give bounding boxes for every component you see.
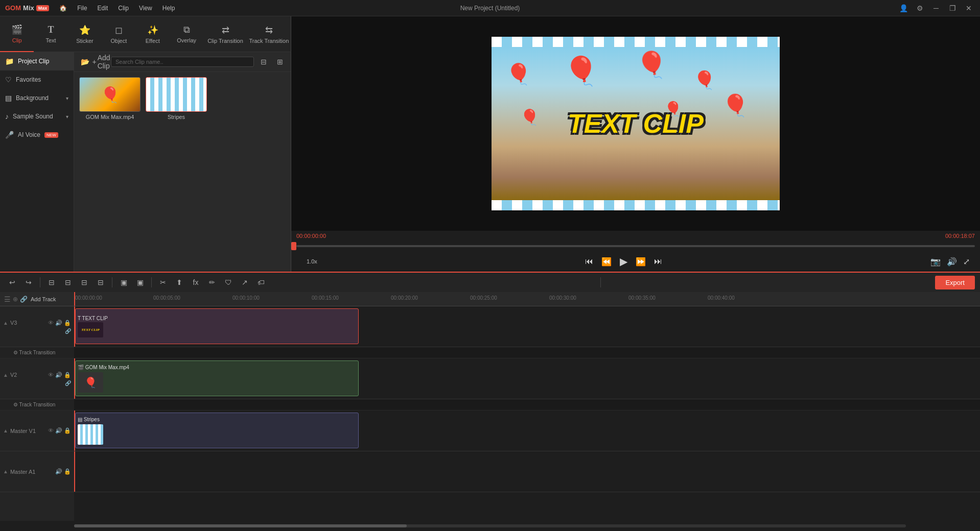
menu-file[interactable]: File [72, 0, 92, 16]
window-minimize-btn[interactable]: ─ [929, 1, 943, 15]
tl-clip-text-clip[interactable]: T TEXT CLIP TEXT CLIP [75, 308, 359, 344]
pen-btn[interactable]: ✏ [205, 275, 219, 289]
timeline-scrollbar[interactable] [74, 524, 906, 527]
window-settings-btn[interactable]: ⚙ [913, 1, 927, 15]
scrubber-handle[interactable] [291, 242, 296, 250]
menu-clip[interactable]: Clip [113, 0, 134, 16]
ai-voice-icon: 🎤 [5, 131, 14, 139]
trim-start-btn[interactable]: ⊟ [44, 275, 59, 289]
sidebar-item-project-clip[interactable]: 📁 Project Clip [0, 52, 74, 70]
add-folder-btn[interactable]: 📂 [78, 55, 91, 68]
window-profile-btn[interactable]: 👤 [896, 1, 911, 15]
skip-end-btn[interactable]: ⏭ [654, 257, 662, 266]
track-master-v1-eye-btn[interactable]: 👁 [48, 427, 54, 434]
track-v3-lock-btn[interactable]: 🔒 [64, 320, 71, 326]
tab-overlay[interactable]: ⧉ Overlay [170, 16, 203, 52]
add-clip-btn[interactable]: + Add Clip [95, 55, 108, 68]
menu-view[interactable]: View [134, 0, 157, 16]
window-close-btn[interactable]: ✕ [962, 1, 976, 15]
play-btn[interactable]: ▶ [620, 255, 627, 268]
ai-voice-badge: NEW [44, 132, 58, 138]
track-header-v2: ▲ V2 👁 🔊 🔒 🔗 [0, 358, 74, 399]
clip-item-gom-mix-max[interactable]: 🎈 GOM Mix Max.mp4 [79, 77, 141, 120]
fullscreen-btn[interactable]: ⤢ [963, 257, 970, 267]
skip-start-btn[interactable]: ⏮ [585, 257, 593, 266]
sidebar-item-background[interactable]: ▤ Background ▾ [0, 89, 74, 107]
track-v2-eye-btn[interactable]: 👁 [48, 372, 54, 378]
track-v2-link-icon[interactable]: 🔗 [65, 380, 71, 386]
preview-frame: 🎈 🎈 🎈 🎈 🎈 🎈 🎈 TEXT CLIP [492, 37, 780, 210]
track-v2-lock-btn[interactable]: 🔒 [64, 372, 71, 378]
trim-end-btn[interactable]: ⊟ [61, 275, 75, 289]
volume-btn[interactable]: 🔊 [947, 257, 957, 267]
tab-object[interactable]: ◻ Object [102, 16, 135, 52]
stripes-preview [146, 78, 206, 111]
clip-item-stripes[interactable]: Stripes [146, 77, 207, 120]
cut-btn[interactable]: ✂ [156, 275, 170, 289]
track-master-v1-speaker-btn[interactable]: 🔊 [55, 427, 62, 434]
track-master-a1-lock-btn[interactable]: 🔒 [64, 468, 71, 475]
timeline-toolbar: ↩ ↪ ⊟ ⊟ ⊟ ⊟ ▣ ▣ ✂ ⬆ fx ✏ 🛡 ↗ 🏷 Export [0, 272, 980, 292]
overwrite-btn[interactable]: ▣ [133, 275, 147, 289]
titlebar-left: GOM Mix Max 🏠 File Edit Clip View Help [0, 0, 180, 16]
tracks-menu-btn[interactable]: ☰ [4, 295, 11, 303]
tab-sticker[interactable]: ⭐ Sticker [68, 16, 102, 52]
sidebar-item-ai-voice[interactable]: 🎤 AI Voice NEW [0, 126, 74, 144]
tracks-link-icon[interactable]: 🔗 [20, 296, 28, 303]
track-v3-controls: 👁 🔊 🔒 [48, 320, 71, 326]
track-master-a1-collapse-btn[interactable]: ▲ [3, 469, 8, 474]
insert-clip-btn[interactable]: ▣ [116, 275, 131, 289]
tab-effect[interactable]: ✨ Effect [136, 16, 170, 52]
step-back-btn[interactable]: ⏪ [601, 257, 612, 267]
tab-track-transition[interactable]: ⇆ Track Transition [247, 16, 291, 52]
track-transition-content-v2 [74, 399, 980, 411]
menu-home[interactable]: 🏠 [54, 0, 72, 16]
step-forward-btn[interactable]: ⏩ [636, 257, 646, 267]
track-master-v1-collapse-btn[interactable]: ▲ [3, 428, 8, 433]
search-input[interactable] [111, 57, 254, 67]
screenshot-btn[interactable]: 📷 [930, 257, 941, 267]
tab-text[interactable]: T Text [34, 16, 67, 52]
split-btn[interactable]: ⊟ [77, 275, 91, 289]
track-header-master-v1-row: ▲ Master V1 👁 🔊 🔒 [3, 427, 71, 434]
menu-edit[interactable]: Edit [92, 0, 113, 16]
sidebar-item-favorites[interactable]: ♡ Favorites [0, 70, 74, 89]
track-master-a1-speaker-btn[interactable]: 🔊 [55, 468, 62, 475]
tag-btn[interactable]: 🏷 [254, 275, 268, 289]
export-btn[interactable]: Export [935, 276, 975, 289]
clip-transition-icon: ⇄ [222, 25, 229, 36]
scrubber-bar [296, 245, 975, 247]
track-v3-collapse-btn[interactable]: ▲ [3, 320, 8, 326]
shield-btn[interactable]: 🛡 [221, 275, 236, 289]
logo-mix: Mix [23, 4, 34, 12]
track-v3-link-icon[interactable]: 🔗 [65, 328, 71, 334]
track-v2-collapse-btn[interactable]: ▲ [3, 372, 8, 378]
tracks-add-icon[interactable]: ⊕ [13, 296, 18, 303]
tl-clip-gom-mix-max[interactable]: 🎬 GOM Mix Max.mp4 🎈 [75, 360, 359, 396]
add-track-label[interactable]: Add Track [31, 296, 56, 302]
track-master-v1-lock-btn[interactable]: 🔒 [64, 427, 71, 434]
tab-clip-transition[interactable]: ⇄ Clip Transition [203, 16, 247, 52]
redo-btn[interactable]: ↪ [21, 275, 36, 289]
track-v3-eye-btn[interactable]: 👁 [48, 320, 54, 326]
track-master-v1-controls: 👁 🔊 🔒 [48, 427, 71, 434]
undo-btn[interactable]: ↩ [5, 275, 19, 289]
track-v3-speaker-btn[interactable]: 🔊 [55, 320, 62, 326]
track-v2-speaker-btn[interactable]: 🔊 [55, 372, 62, 378]
fx-btn[interactable]: fx [189, 275, 203, 289]
sidebar-item-sample-sound[interactable]: ♪ Sample Sound ▾ [0, 107, 74, 126]
sidebar-nav: 📁 Project Clip ♡ Favorites ▤ Background … [0, 52, 74, 272]
filter-icon[interactable]: ⊟ [257, 55, 270, 68]
window-maximize-btn[interactable]: ❐ [945, 1, 960, 15]
join-btn[interactable]: ⊟ [94, 275, 108, 289]
preview-main-image: 🎈 🎈 🎈 🎈 🎈 🎈 🎈 TEXT CLIP [492, 47, 780, 200]
tab-clip[interactable]: 🎬 Clip [0, 16, 34, 52]
upload-btn[interactable]: ⬆ [172, 275, 186, 289]
tl-clip-stripes[interactable]: ▤ Stripes [75, 413, 359, 448]
menu-help[interactable]: Help [157, 0, 180, 16]
marker-btn[interactable]: ↗ [238, 275, 252, 289]
sidebar-item-sample-sound-label: Sample Sound [13, 113, 62, 120]
titlebar: GOM Mix Max 🏠 File Edit Clip View Help N… [0, 0, 980, 16]
grid-view-icon[interactable]: ⊞ [273, 55, 287, 68]
timeline-scrubber[interactable] [291, 241, 980, 251]
